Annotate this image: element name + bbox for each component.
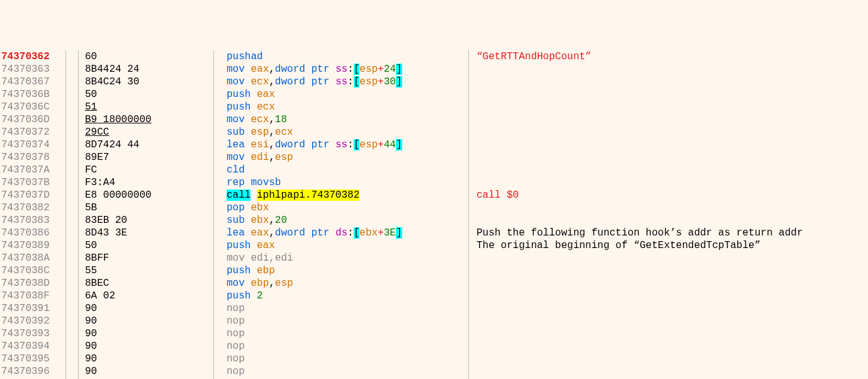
comment-cell[interactable]: [469, 76, 868, 88]
disasm-row[interactable]: 7437038F6A 02push 2: [0, 290, 868, 302]
disasm-row[interactable]: 7437037DE8 00000000call iphlpapi.7437038…: [0, 189, 868, 201]
disasm-row[interactable]: 743703825Bpop ebx: [0, 201, 868, 214]
comment-cell[interactable]: [469, 327, 868, 340]
comment-cell[interactable]: [469, 252, 868, 264]
disasm-row[interactable]: 7437037AFCcld: [0, 164, 868, 176]
disasm-row[interactable]: 743703748D7424 44lea esi,dword ptr ss:[e…: [0, 139, 868, 151]
disasm-row[interactable]: 7437036260pushad“GetRTTAndHopCount”: [0, 50, 868, 63]
address-cell: 7437038C: [0, 264, 66, 277]
bytes-cell: 90: [79, 353, 214, 365]
marker-cell: [66, 50, 79, 63]
comment-cell[interactable]: [469, 214, 868, 227]
comment-cell[interactable]: [469, 139, 868, 151]
address-cell: 74370383: [0, 214, 66, 227]
comment-cell[interactable]: [469, 151, 868, 164]
disassembly-cell: mov ecx,dword ptr ss:[esp+30]: [214, 76, 469, 88]
disasm-row[interactable]: 7437039390nop: [0, 327, 868, 340]
disasm-row[interactable]: 743703638B4424 24mov eax,dword ptr ss:[e…: [0, 63, 868, 76]
address-cell: 7437036C: [0, 101, 66, 113]
bytes-cell: 90: [79, 302, 214, 315]
disasm-row[interactable]: 7437037229CCsub esp,ecx: [0, 126, 868, 139]
address-cell: 74370362: [0, 50, 66, 63]
disasm-row[interactable]: 7437038950push eaxThe original beginning…: [0, 239, 868, 252]
disassembly-view[interactable]: 7437036260pushad“GetRTTAndHopCount”74370…: [0, 50, 868, 379]
address-cell: 7437037D: [0, 189, 66, 201]
comment-cell[interactable]: [469, 315, 868, 327]
bytes-cell: 8BFF: [79, 252, 214, 264]
marker-cell: [66, 101, 79, 113]
marker-cell: [66, 164, 79, 176]
bytes-cell: 6A 02: [79, 290, 214, 302]
address-cell: 7437036B: [0, 88, 66, 101]
disassembly-cell: pop ebx: [214, 201, 469, 214]
comment-cell[interactable]: [469, 126, 868, 139]
disasm-row[interactable]: 7437036B50push eax: [0, 88, 868, 101]
comment-cell[interactable]: [469, 365, 868, 378]
bytes-cell: FC: [79, 164, 214, 176]
comment-cell[interactable]: [469, 176, 868, 189]
disasm-row[interactable]: 7437037BF3:A4rep movsb: [0, 176, 868, 189]
marker-cell: [66, 327, 79, 340]
disassembly-cell: call iphlpapi.74370382: [214, 189, 469, 201]
address-cell: 7437038D: [0, 277, 66, 290]
comment-cell[interactable]: [469, 264, 868, 277]
marker-cell: [66, 126, 79, 139]
comment-cell[interactable]: [469, 63, 868, 76]
marker-cell: [66, 277, 79, 290]
marker-cell: [66, 315, 79, 327]
disasm-row[interactable]: 7437039690nop: [0, 365, 868, 378]
comment-cell[interactable]: Push the following function hook’s addr …: [469, 227, 868, 239]
bytes-cell: B9 18000000: [79, 113, 214, 126]
address-cell: 74370393: [0, 327, 66, 340]
bytes-cell: 8B4C24 30: [79, 76, 214, 88]
disasm-row[interactable]: 743703678B4C24 30mov ecx,dword ptr ss:[e…: [0, 76, 868, 88]
disasm-row[interactable]: 7437038C55push ebp: [0, 264, 868, 277]
disassembly-cell: mov edi,edi: [214, 252, 469, 264]
disasm-row[interactable]: 7437039590nop: [0, 353, 868, 365]
disasm-row[interactable]: 7437037889E7mov edi,esp: [0, 151, 868, 164]
bytes-cell: 51: [79, 101, 214, 113]
disassembly-cell: nop: [214, 315, 469, 327]
disasm-row[interactable]: 7437039190nop: [0, 302, 868, 315]
disasm-row[interactable]: 743703868D43 3Elea eax,dword ptr ds:[ebx…: [0, 227, 868, 239]
disasm-row[interactable]: 7437039290nop: [0, 315, 868, 327]
comment-cell[interactable]: [469, 88, 868, 101]
comment-cell[interactable]: call $0: [469, 189, 868, 201]
disassembly-cell: push ebp: [214, 264, 469, 277]
comment-cell[interactable]: [469, 340, 868, 353]
comment-cell[interactable]: [469, 164, 868, 176]
comment-cell[interactable]: [469, 277, 868, 290]
comment-cell[interactable]: [469, 353, 868, 365]
comment-cell[interactable]: [469, 101, 868, 113]
marker-cell: [66, 201, 79, 214]
bytes-cell: 90: [79, 315, 214, 327]
bytes-cell: 55: [79, 264, 214, 277]
bytes-cell: 83EB 20: [79, 214, 214, 227]
comment-cell[interactable]: [469, 113, 868, 126]
address-cell: 74370389: [0, 239, 66, 252]
address-cell: 74370363: [0, 63, 66, 76]
address-cell: 7437038F: [0, 290, 66, 302]
comment-cell[interactable]: [469, 302, 868, 315]
bytes-cell: 8B4424 24: [79, 63, 214, 76]
disassembly-cell: sub ebx,20: [214, 214, 469, 227]
disassembly-cell: sub esp,ecx: [214, 126, 469, 139]
marker-cell: [66, 151, 79, 164]
disasm-row[interactable]: 7437036C51push ecx: [0, 101, 868, 113]
disasm-row[interactable]: 7437039490nop: [0, 340, 868, 353]
bytes-cell: 50: [79, 88, 214, 101]
disassembly-cell: nop: [214, 327, 469, 340]
marker-cell: [66, 340, 79, 353]
comment-cell[interactable]: [469, 201, 868, 214]
disasm-row[interactable]: 7437038A8BFFmov edi,edi: [0, 252, 868, 264]
disasm-row[interactable]: 7437038383EB 20sub ebx,20: [0, 214, 868, 227]
comment-cell[interactable]: “GetRTTAndHopCount”: [469, 50, 868, 63]
marker-cell: [66, 353, 79, 365]
disasm-row[interactable]: 7437036DB9 18000000mov ecx,18: [0, 113, 868, 126]
disassembly-cell: push eax: [214, 239, 469, 252]
disasm-row[interactable]: 7437038D8BECmov ebp,esp: [0, 277, 868, 290]
comment-cell[interactable]: [469, 290, 868, 302]
comment-cell[interactable]: The original beginning of “GetExtendedTc…: [469, 239, 868, 252]
disassembly-cell: mov ebp,esp: [214, 277, 469, 290]
disassembly-cell: lea esi,dword ptr ss:[esp+44]: [214, 139, 469, 151]
